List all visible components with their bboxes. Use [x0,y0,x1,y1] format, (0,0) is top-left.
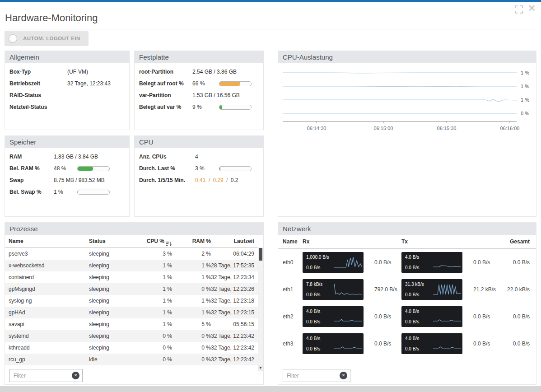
process-row: containerd sleeping 1 % 1 % 32 Tage, 12:… [5,271,263,283]
y-axis-label: 0 % [521,111,529,116]
x-tick-label: 06:15:30 [437,126,457,131]
process-name: syslog-ng [5,295,89,307]
info-label: Belegt auf root % [139,80,192,87]
info-label: Durch. 1/5/15 Min. [139,177,195,183]
clear-filter-icon[interactable]: ✕ [72,372,79,379]
rx-sparkline-box: 1,000.0 B/s 0.0 B/s [303,252,364,273]
tx-sparkline [433,281,461,298]
process-filter-input[interactable] [10,373,72,379]
rx-sparkline-box: 7.8 kB/s 0.0 B/s [303,279,364,300]
column-header-status[interactable]: Status [89,235,134,247]
process-ram: 1 % [172,260,211,271]
process-row: syslog-ng sleeping 1 % 1 % 32 Tage, 12:2… [5,295,263,307]
info-label: root-Partition [139,69,192,75]
progress-fill [219,105,222,109]
cpu-usage-line-chart: 06:14:30 06:15:00 06:15:30 06:16:00 1 % … [278,63,536,138]
load-separator: / [209,177,210,183]
rx-rate: 0.0 B/s [369,313,401,320]
scrollbar-down-arrow-icon[interactable]: ▼ [258,365,263,371]
row-root-partition: root-Partition 2.54 GB / 3.86 GB [135,66,263,78]
info-label: Anz. CPUs [139,154,195,160]
rx-min-value: 0.0 B/s [306,292,320,297]
process-laufzeit: 06:04:29 [211,248,263,260]
network-filter: ✕ [283,369,350,382]
rx-min-value: 0.0 B/s [306,319,320,324]
panel-cpu: CPU Anz. CPUs 4 Durch. Last % 3 % Durch.… [134,135,264,217]
column-header-gesamt: Gesamt [510,235,532,248]
tx-rate: 0.0 B/s [468,341,500,347]
network-table-header: Name Rx Tx Gesamt [278,235,536,249]
rx-sparkline [334,308,362,325]
process-cpu: 3 % [134,248,172,260]
column-header-name[interactable]: Name [5,235,89,247]
info-label: Bel. RAM % [9,165,54,172]
info-label: Belegt auf var % [139,104,192,110]
scrollbar-thumb[interactable] [259,248,262,261]
panel-netzwerk: Netzwerk Name Rx Tx Gesamt eth0 1,000.0 … [278,222,536,385]
autologout-toggle[interactable]: AUTOM. LOGOUT EIN [5,31,89,46]
info-label: Bel. Swap % [9,189,54,195]
top-accent-bar [0,0,541,2]
info-value: 32 Tage, 12:23:43 [67,80,111,87]
tx-min-value: 0.0 B/s [405,292,419,297]
column-header-ram[interactable]: RAM % [172,235,211,247]
tx-sparkline-box: 4.0 B/s 0.0 B/s [401,333,462,354]
close-icon[interactable]: ✕ [528,4,536,13]
tx-sparkline-box: 4.0 B/s 0.0 B/s [401,252,462,273]
gesamt-value: 0.0 B/s [513,313,532,320]
panel-cpu-auslastung-title: CPU-Auslastung [278,51,536,63]
info-value: 9 % [192,104,202,110]
process-status: sleeping [89,283,134,295]
info-value: (UF-VM) [67,69,88,75]
column-header-cpu[interactable]: CPU % [134,235,172,247]
row-ram: RAM 1.83 GB / 3.84 GB [5,151,129,163]
load-1min: 0.41 [195,177,205,183]
interface-name: eth1 [283,286,303,293]
rx-max-value: 1,000.0 B/s [306,255,329,260]
fullscreen-icon[interactable] [515,5,523,14]
process-ram: 0 % [172,283,211,295]
rx-rate: 792.0 B/s [369,286,401,293]
load-separator: / [226,177,228,183]
process-cpu: 1 % [134,271,172,283]
progress-bar [219,105,252,110]
rx-rate: 0.0 B/s [369,341,401,347]
network-row-eth2: eth2 4.0 B/s 0.0 B/s 0.0 B/s 4.0 B/s 0.0… [278,303,536,330]
process-cpu: 1 % [134,295,172,307]
info-label: Box-Typ [9,69,67,75]
rx-max-value: 4.0 B/s [306,336,320,341]
process-table-scrollbar[interactable]: ▼ [258,247,263,371]
y-axis-label: 1 % [521,84,529,89]
process-status: sleeping [89,342,134,354]
tx-sparkline [433,335,461,352]
process-row: savapi sleeping 1 % 5 % 05:56:15 [5,318,263,330]
rx-sparkline-box: 4.0 B/s 0.0 B/s [303,306,364,327]
tx-max-value: 4.0 B/s [405,255,419,260]
progress-bar [77,166,110,171]
interface-name: eth3 [283,341,303,347]
network-filter-input[interactable] [283,373,340,379]
x-tick-label: 06:14:30 [307,126,326,131]
column-header-rx: Rx [303,235,369,248]
process-row: gpHAd sleeping 1 % 1 % 32 Tage, 12:23:15 [5,307,263,318]
sort-descending-icon[interactable] [166,238,172,244]
process-name: systemd [5,330,89,342]
process-status: sleeping [89,318,134,330]
clear-filter-icon[interactable]: ✕ [340,372,347,379]
process-name: containerd [5,271,89,283]
process-name: pserve3 [5,248,89,260]
network-row-eth1: eth1 7.8 kB/s 0.0 B/s 792.0 B/s 31.3 kB/… [278,276,536,303]
panel-netzwerk-title: Netzwerk [278,223,536,235]
column-header-laufzeit[interactable]: Laufzeit [211,235,263,247]
tx-sparkline [433,308,461,325]
panel-allgemein-title: Allgemein [5,51,129,63]
process-ram: 1 % [172,307,211,318]
process-name: savapi [5,318,89,330]
tx-sparkline [433,254,461,271]
row-netzteil-status: Netzteil-Status [5,101,129,113]
process-cpu: 1 % [134,260,172,271]
rx-sparkline-box: 4.0 B/s 0.0 B/s [303,333,364,354]
y-axis-label: 1 % [521,70,529,75]
column-header-cpu-label: CPU % [147,235,164,247]
panel-festplatte-title: Festplatte [135,51,263,63]
